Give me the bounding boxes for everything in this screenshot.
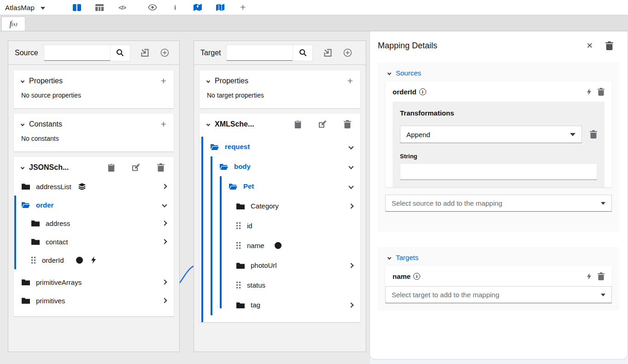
source-panel: Source Properties + No source pr: [8, 40, 180, 352]
mapping-details-panel: Mapping Details ✕ Sources orderId: [370, 31, 627, 359]
add-source-placeholder: Select source to add to the mapping: [392, 199, 502, 207]
folder-icon: [236, 262, 245, 269]
target-document-header[interactable]: XMLSche...: [200, 114, 360, 134]
tree-item-orderid[interactable]: orderId: [14, 251, 174, 269]
capture-document-clipboard-icon[interactable]: [294, 120, 301, 128]
show-preview-eye-icon[interactable]: [147, 2, 158, 12]
target-search-icon[interactable]: [293, 45, 312, 61]
tree-item-label: body: [234, 162, 251, 170]
tree-item-primitivearrays[interactable]: primitiveArrays: [14, 273, 174, 291]
edit-document-icon[interactable]: [132, 163, 140, 172]
delete-document-trash-icon[interactable]: [157, 163, 164, 172]
caret-down-icon: [570, 133, 575, 136]
info-icon[interactable]: [413, 273, 420, 280]
chevron-down-icon: [21, 122, 24, 126]
chevron-right-icon[interactable]: [162, 239, 167, 244]
tree-item-primitives[interactable]: primitives: [14, 291, 174, 310]
transformation-param-input[interactable]: [400, 163, 597, 180]
tree-item-label: tag: [251, 301, 260, 309]
tree-item-body[interactable]: body: [200, 156, 360, 176]
tree-item-name[interactable]: name: [200, 236, 360, 255]
view-mapping-table-icon[interactable]: [94, 2, 105, 12]
tree-item-tag[interactable]: tag: [200, 295, 360, 315]
edit-document-icon[interactable]: [318, 120, 327, 128]
source-properties-header[interactable]: Properties +: [14, 70, 174, 91]
view-namespace-table-icon[interactable]: </>: [117, 2, 127, 12]
add-source-select[interactable]: Select source to add to the mapping: [385, 195, 612, 212]
chevron-right-icon[interactable]: [348, 263, 353, 268]
import-catalog-icon[interactable]: [193, 2, 203, 12]
chevron-down-icon[interactable]: [162, 202, 167, 207]
transformations-title: Transformations: [400, 109, 597, 117]
sources-section-toggle[interactable]: Sources: [385, 69, 612, 77]
tree-item-status[interactable]: status: [200, 275, 360, 295]
delete-mapping-trash-icon[interactable]: [605, 41, 613, 50]
add-property-icon[interactable]: +: [161, 77, 166, 85]
tree-item-order[interactable]: order: [14, 196, 174, 214]
tree-guide-line: [201, 137, 203, 322]
tree-item-id[interactable]: id: [200, 216, 360, 236]
transformation-select[interactable]: Append: [400, 126, 582, 143]
chevron-right-icon[interactable]: [162, 279, 167, 284]
tree-item-request[interactable]: request: [200, 137, 360, 156]
source-document-header[interactable]: JSONSch...: [14, 157, 174, 177]
chevron-down-icon[interactable]: [348, 144, 353, 149]
source-search-icon[interactable]: [110, 45, 130, 61]
source-search-input[interactable]: [44, 45, 110, 61]
chevron-down-icon[interactable]: [348, 164, 353, 169]
tree-item-pet[interactable]: Pet: [200, 176, 360, 196]
remove-target-trash-icon[interactable]: [598, 272, 605, 280]
tree-item-label: photoUrl: [251, 261, 277, 269]
collection-layers-icon: [78, 183, 86, 190]
folder-icon: [236, 203, 245, 209]
chevron-right-icon[interactable]: [162, 184, 167, 189]
tree-guide-line: [14, 196, 16, 269]
remove-transformation-trash-icon[interactable]: [590, 130, 597, 139]
tree-item-label: addressList: [36, 183, 71, 191]
remove-source-trash-icon[interactable]: [598, 88, 605, 96]
tab-fx[interactable]: f(x): [1, 17, 25, 31]
chevron-right-icon[interactable]: [348, 203, 353, 208]
target-add-document-icon[interactable]: [342, 48, 352, 58]
add-property-icon[interactable]: +: [347, 77, 353, 85]
export-catalog-map-icon[interactable]: [215, 2, 225, 12]
capture-document-clipboard-icon[interactable]: [108, 163, 115, 172]
target-properties-header[interactable]: Properties +: [200, 70, 360, 91]
chevron-right-icon[interactable]: [162, 220, 167, 225]
app-menu-caret-icon[interactable]: [41, 3, 45, 12]
add-new-mapping-icon[interactable]: +: [238, 2, 248, 12]
add-transformation-bolt-icon[interactable]: [587, 88, 592, 95]
targets-section-toggle[interactable]: Targets: [385, 254, 612, 261]
tree-item-contact[interactable]: contact: [14, 232, 174, 251]
source-import-icon[interactable]: [140, 48, 150, 58]
show-types-info-icon[interactable]: i: [170, 2, 180, 12]
app-name[interactable]: AtlasMap: [5, 4, 35, 12]
view-columns-icon[interactable]: [72, 2, 82, 12]
source-panel-title: Source: [15, 49, 38, 57]
target-import-icon[interactable]: [323, 48, 333, 58]
source-field-card: orderId Transformations: [385, 81, 612, 187]
folder-open-icon: [220, 163, 228, 170]
source-constants-header[interactable]: Constants +: [14, 114, 174, 134]
add-transformation-bolt-icon[interactable]: [587, 273, 592, 280]
source-add-document-icon[interactable]: [160, 48, 170, 58]
info-icon[interactable]: [419, 88, 426, 95]
tree-item-addresslist[interactable]: addressList: [14, 177, 174, 196]
delete-document-trash-icon[interactable]: [344, 120, 351, 128]
tree-item-label: contact: [46, 238, 68, 246]
chevron-down-icon: [206, 122, 210, 126]
tree-item-address[interactable]: address: [14, 214, 174, 232]
source-document-title: JSONSch...: [29, 163, 69, 172]
add-target-select[interactable]: Select target to add to the mapping: [385, 286, 612, 303]
target-search-input[interactable]: [227, 45, 293, 61]
folder-icon: [31, 238, 40, 245]
tree-item-category[interactable]: Category: [200, 196, 360, 216]
chevron-right-icon[interactable]: [162, 298, 167, 303]
close-icon[interactable]: ✕: [587, 41, 593, 51]
chevron-down-icon[interactable]: [348, 184, 353, 189]
target-document-card: XMLSche...: [200, 114, 360, 322]
chevron-right-icon[interactable]: [348, 302, 353, 307]
tree-item-photourl[interactable]: photoUrl: [200, 255, 360, 275]
add-constant-icon[interactable]: +: [161, 120, 166, 128]
source-constants-title: Constants: [29, 120, 62, 128]
